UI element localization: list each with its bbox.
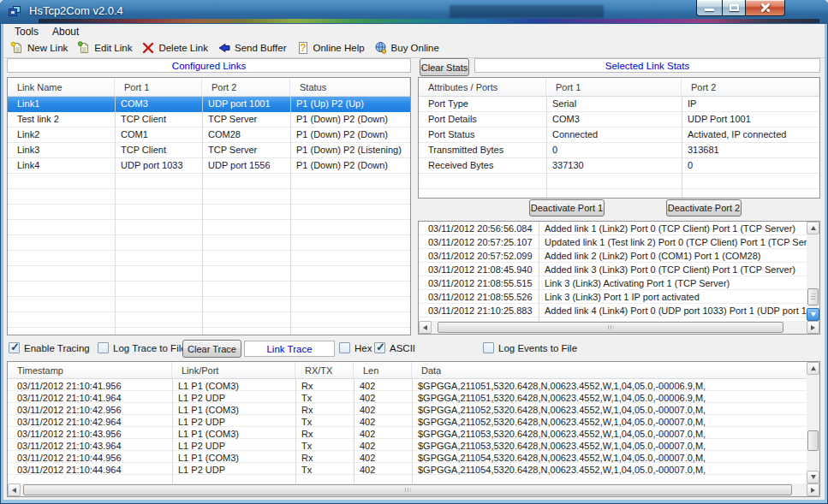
list-item[interactable]: 03/11/2012 20:57:52.099Added link 2 (Lin… [419, 249, 807, 263]
toolbar-button-delete-link[interactable]: Delete Link [138, 39, 214, 56]
table-row[interactable]: 03/11/2012 21:10:43.956L1 P1 (COM3)Rx402… [8, 427, 807, 439]
scrollbar-thumb[interactable] [438, 322, 783, 333]
toolbar-button-edit-link[interactable]: Edit Link [74, 39, 138, 56]
scroll-down-button[interactable] [807, 308, 819, 321]
cell: Tx [295, 463, 354, 475]
enable-tracing-checkbox[interactable] [9, 342, 20, 353]
cell: 03/11/2012 21:10:41.964 [8, 391, 172, 403]
cell: 03/11/2012 21:10:44.964 [8, 463, 172, 475]
toolbar-label: Buy Online [391, 43, 439, 53]
table-row[interactable]: Transmitted Bytes0313681 [419, 143, 819, 158]
table-row[interactable]: Link1COM3UDP port 1001P1 (Up) P2 (Up) [8, 97, 410, 112]
column-header[interactable]: Link Name [8, 78, 115, 96]
column-header[interactable]: Link/Port [172, 362, 295, 378]
list-item[interactable]: 03/11/2012 21:10:25.883Added link 4 (Lin… [419, 304, 807, 317]
toolbar-button-new-link[interactable]: New Link [7, 39, 74, 56]
column-header[interactable]: Attributes / Ports [419, 78, 546, 96]
deactivate-port1-button[interactable]: Deactivate Port 1 [529, 199, 605, 216]
cell: 402 [354, 463, 412, 475]
cell: P1 (Up) P2 (Up) [290, 97, 410, 112]
glass-reflection-strip [39, 19, 819, 23]
column-header[interactable]: Len [354, 362, 412, 378]
table-row[interactable]: Received Bytes3371300 [419, 158, 819, 174]
deactivate-port2-button[interactable]: Deactivate Port 2 [666, 199, 742, 216]
clear-trace-button[interactable]: Clear Trace [182, 340, 241, 358]
scroll-left-button[interactable] [419, 321, 432, 334]
scroll-up-button[interactable] [807, 222, 819, 234]
log-events-checkbox[interactable] [483, 342, 494, 353]
list-item[interactable]: 03/11/2012 21:08:55.515Link 3 (Link3) Ac… [419, 276, 807, 290]
maximize-button[interactable] [722, 0, 746, 16]
log-trace-checkbox[interactable] [98, 342, 109, 353]
event-log-hscrollbar[interactable] [419, 321, 819, 334]
column-header[interactable]: Port 2 [202, 78, 290, 96]
cell: 0 [682, 158, 819, 174]
cell: Activated, IP connected [682, 127, 819, 143]
edit-page-icon [77, 41, 91, 55]
trace-table-header[interactable]: TimestampLink/PortRX/TXLenData [8, 362, 819, 379]
table-row[interactable]: Port TypeSerialIP [419, 97, 819, 112]
table-row[interactable]: Test link 2TCP ClientTCP ServerP1 (Down)… [8, 112, 410, 127]
table-row[interactable]: 03/11/2012 21:10:44.964L1 P2 UDPTx402$GP… [8, 463, 807, 475]
scrollbar-thumb[interactable] [807, 430, 819, 451]
table-row[interactable]: 03/11/2012 21:10:41.956L1 P1 (COM3)Rx402… [8, 379, 807, 391]
table-row[interactable]: Link3TCP ClientTCP ServerP1 (Down) P2 (L… [8, 143, 410, 158]
table-row[interactable]: 03/11/2012 21:10:42.956L1 P1 (COM3)Rx402… [8, 403, 807, 415]
menu-item-about[interactable]: About [45, 25, 86, 39]
cell: COM28 [202, 127, 290, 143]
list-item[interactable]: 03/11/2012 21:08:45.940Added link 3 (Lin… [419, 263, 807, 276]
link-stats-header[interactable]: Attributes / PortsPort 1Port 2 [419, 78, 819, 97]
event-log-vscrollbar[interactable] [807, 222, 819, 321]
column-header[interactable]: Data [412, 362, 819, 378]
table-row[interactable]: 03/11/2012 21:10:41.964L1 P2 UDPTx402$GP… [8, 391, 807, 403]
hex-checkbox[interactable] [339, 342, 350, 353]
list-item[interactable]: 03/11/2012 20:56:56.084Added link 1 (Lin… [419, 222, 807, 235]
column-header[interactable]: Status [290, 78, 410, 96]
column-header[interactable]: Port 2 [682, 78, 819, 96]
scroll-down-button[interactable] [807, 471, 819, 483]
title-bar[interactable]: HsTcp2Com v2.0.4 [0, 0, 828, 24]
cell: Serial [546, 97, 682, 112]
table-row[interactable]: Link4UDP port 1033UDP port 1556P1 (Down)… [8, 158, 410, 174]
table-row[interactable]: 03/11/2012 21:10:43.964L1 P2 UDPTx402$GP… [8, 439, 807, 451]
scroll-up-button[interactable] [807, 362, 819, 375]
table-row[interactable]: Link2COM1COM28P1 (Down) P2 (Down) [8, 127, 410, 143]
cell: Added link 3 (Link3) Port 0 (TCP Client)… [539, 263, 807, 276]
list-item[interactable]: 03/11/2012 20:57:25.107Updated link 1 (T… [419, 235, 807, 249]
column-header[interactable]: RX/TX [295, 362, 354, 378]
configured-links-header[interactable]: Link NamePort 1Port 2Status [8, 78, 410, 97]
trace-vscrollbar[interactable] [807, 362, 819, 483]
clear-stats-button[interactable]: Clear Stats [420, 58, 469, 76]
arrow-left-icon [12, 488, 16, 493]
cell: 337130 [546, 158, 682, 174]
cell: 313681 [682, 143, 819, 158]
table-row[interactable]: Port DetailsCOM3UDP Port 1001 [419, 112, 819, 127]
table-row[interactable]: 03/11/2012 21:10:42.964L1 P2 UDPTx402$GP… [8, 415, 807, 427]
globe-icon [374, 41, 388, 55]
scroll-left-button[interactable] [8, 483, 21, 496]
trace-hscrollbar[interactable] [8, 483, 819, 496]
menu-item-tools[interactable]: Tools [8, 25, 45, 39]
column-header[interactable]: Port 1 [115, 78, 202, 96]
toolbar-button-send-buffer[interactable]: Send Buffer [214, 39, 293, 56]
close-button[interactable] [746, 0, 785, 16]
scroll-right-button[interactable] [807, 483, 819, 496]
table-row[interactable]: 03/11/2012 21:10:44.956L1 P1 (COM3)Rx402… [8, 451, 807, 463]
table-row[interactable]: Port StatusConnectedActivated, IP connec… [419, 127, 819, 143]
scrollbar-thumb[interactable] [807, 288, 819, 305]
cell: Tx [295, 439, 354, 451]
scroll-right-button[interactable] [807, 321, 819, 334]
arrow-up-icon [811, 226, 816, 230]
toolbar-button-online-help[interactable]: ?Online Help [293, 39, 371, 56]
cell: $GPGGA,211051,5320.6428,N,00623.4552,W,1… [412, 379, 807, 391]
cell: Link 3 (Link3) Port 1 IP port activated [539, 290, 807, 304]
ascii-checkbox[interactable] [374, 342, 385, 353]
minimize-button[interactable] [696, 0, 722, 16]
column-header[interactable]: Timestamp [8, 362, 172, 378]
log-events-label: Log Events to File [498, 343, 577, 353]
toolbar-button-buy-online[interactable]: Buy Online [371, 39, 445, 56]
list-item[interactable]: 03/11/2012 21:08:55.526Link 3 (Link3) Po… [419, 290, 807, 304]
trace-table: TimestampLink/PortRX/TXLenData 03/11/201… [7, 361, 820, 497]
scrollbar-thumb[interactable] [23, 484, 792, 495]
column-header[interactable]: Port 1 [546, 78, 682, 96]
